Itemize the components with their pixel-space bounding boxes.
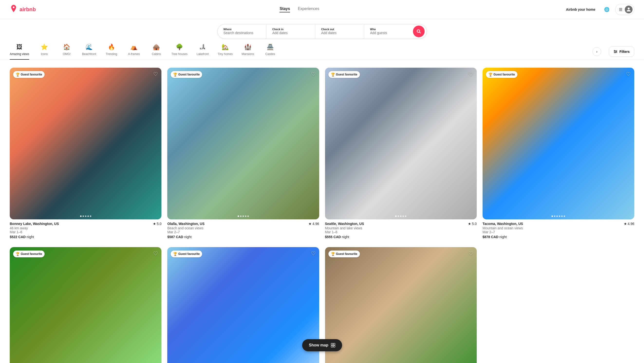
carousel-dot (82, 216, 84, 217)
carousel-dot (400, 216, 402, 217)
category-item-amazing-views[interactable]: 🖼 Amazing views (10, 44, 29, 60)
listing-rating: ★ 5.0 (468, 222, 476, 226)
category-nav-arrow-right[interactable]: › (592, 47, 601, 56)
search-button[interactable] (413, 26, 425, 37)
favourite-button[interactable]: ♡ (311, 250, 316, 257)
airbnb-your-home-button[interactable]: Airbnb your home (563, 6, 598, 14)
listing-info: Olalla, Washington, US ★ 4.96 Beach and … (167, 219, 319, 241)
menu-profile-button[interactable]: ☰ (615, 4, 634, 15)
listing-image: 🏆 Guest favourite ♡ (325, 247, 477, 363)
svg-point-6 (616, 51, 616, 52)
category-item-trending[interactable]: 🔥 Trending (104, 44, 119, 60)
carousel-dot (90, 216, 91, 217)
category-item-tree-houses[interactable]: 🌳 Tree houses (172, 44, 188, 60)
category-item-omg[interactable]: 🏠 OMG! (60, 44, 74, 60)
where-section[interactable]: Where Search destinations (218, 24, 266, 38)
listing-card-4[interactable]: 🏆 Guest favourite ♡ Tacoma, Washington, … (482, 68, 634, 241)
category-icon-omg: 🏠 (63, 44, 70, 50)
listing-distance: 46 km away (10, 226, 162, 230)
category-item-tiny-homes[interactable]: 🏡 Tiny homes (218, 44, 233, 60)
favourite-button[interactable]: ♡ (468, 250, 473, 257)
filters-button[interactable]: Filters (609, 46, 634, 57)
category-item-a-frames[interactable]: ⛺ A-frames (126, 44, 141, 60)
guest-favourite-badge: 🏆 Guest favourite (171, 250, 202, 257)
listing-card-6[interactable]: 🏆 Guest favourite ♡ (167, 247, 319, 363)
category-icon-lakefront: 🏞 (200, 44, 206, 50)
carousel-dot (247, 216, 249, 217)
favourite-button[interactable]: ♡ (153, 71, 158, 78)
listing-card-3[interactable]: 🏆 Guest favourite ♡ Seattle, Washington,… (325, 68, 477, 241)
listing-dates: Mar 2–7 (482, 230, 634, 234)
category-label-icons: Icons (41, 52, 48, 56)
listing-location: Tacoma, Washington, US (482, 222, 523, 226)
category-label-amazing-views: Amazing views (10, 52, 29, 56)
search-bar: Where Search destinations Check in Add d… (218, 24, 427, 39)
star-icon: ★ (624, 222, 627, 226)
star-icon: ★ (308, 222, 312, 226)
carousel-dot (80, 216, 82, 217)
listing-rating: ★ 4.96 (308, 222, 319, 226)
nav-stays[interactable]: Stays (280, 6, 290, 12)
checkout-label: Check out (321, 28, 358, 31)
checkin-section[interactable]: Check in Add dates (266, 24, 315, 38)
favourite-button[interactable]: ♡ (311, 71, 316, 78)
category-icon-amazing-views: 🖼 (16, 44, 22, 50)
trophy-icon: 🏆 (16, 72, 20, 76)
filters-label: Filters (620, 50, 630, 54)
category-item-beachfront[interactable]: 🌊 Beachfront (82, 44, 96, 60)
svg-point-5 (614, 50, 615, 51)
listing-card-5[interactable]: 🏆 Guest favourite ♡ (10, 247, 162, 363)
listing-price: $878 CAD night (482, 235, 634, 239)
listing-image: 🏆 Guest favourite ♡ (167, 247, 319, 363)
guest-favourite-badge: 🏆 Guest favourite (328, 250, 360, 257)
star-icon: ★ (153, 222, 156, 226)
checkout-section[interactable]: Check out Add dates (315, 24, 364, 38)
listing-image: 🏆 Guest favourite ♡ (10, 247, 162, 363)
carousel-dot (245, 216, 246, 217)
carousel-dots (552, 216, 565, 217)
listing-dates: Mar 2–7 (167, 230, 319, 234)
favourite-button[interactable]: ♡ (468, 71, 473, 78)
checkout-input[interactable]: Add dates (321, 31, 336, 35)
checkin-input[interactable]: Add dates (272, 31, 288, 35)
carousel-dot (240, 216, 242, 217)
listing-card-2[interactable]: 🏆 Guest favourite ♡ Olalla, Washington, … (167, 68, 319, 241)
language-button[interactable]: 🌐 (602, 5, 611, 14)
nav-experiences[interactable]: Experiences (298, 6, 319, 12)
favourite-button[interactable]: ♡ (153, 250, 158, 257)
carousel-dot (552, 216, 553, 217)
svg-line-1 (419, 32, 420, 33)
show-map-container: Show map (302, 339, 342, 351)
category-item-lakefront[interactable]: 🏞 Lakefront (195, 44, 210, 60)
listing-card-1[interactable]: 🏆 Guest favourite ♡ Bonney Lake, Washing… (10, 68, 162, 241)
category-icon-icons: ⭐ (41, 44, 48, 50)
logo[interactable]: airbnb (10, 5, 36, 14)
category-icon-cabins: 🛖 (153, 44, 160, 50)
who-input[interactable]: Add guests (370, 31, 387, 35)
listing-location: Olalla, Washington, US (167, 222, 204, 226)
listing-card-7[interactable]: 🏆 Guest favourite ♡ (325, 247, 477, 363)
listing-location: Seattle, Washington, US (325, 222, 364, 226)
category-icon-beachfront: 🌊 (86, 44, 93, 50)
category-item-castles[interactable]: 🏯 Castles (263, 44, 278, 60)
listing-location: Bonney Lake, Washington, US (10, 222, 59, 226)
carousel-dots (238, 216, 249, 217)
listing-header: Bonney Lake, Washington, US ★ 5.0 (10, 222, 162, 226)
trophy-icon: 🏆 (331, 252, 335, 256)
listing-image: 🏆 Guest favourite ♡ (482, 68, 634, 219)
carousel-dot (402, 216, 404, 217)
who-section[interactable]: Who Add guests (364, 24, 413, 38)
favourite-button[interactable]: ♡ (626, 71, 631, 78)
carousel-dot (564, 216, 565, 217)
category-label-cabins: Cabins (152, 52, 161, 56)
category-icon-a-frames: ⛺ (130, 44, 138, 50)
category-label-castles: Castles (266, 52, 275, 56)
listing-price: $587 CAD night (167, 235, 319, 239)
category-item-icons[interactable]: ⭐ Icons (37, 44, 52, 60)
show-map-button[interactable]: Show map (302, 339, 342, 351)
category-item-cabins[interactable]: 🛖 Cabins (149, 44, 164, 60)
where-input[interactable]: Search destinations (224, 31, 254, 35)
category-item-mansions[interactable]: 🏰 Mansions (240, 44, 255, 60)
carousel-dot (238, 216, 239, 217)
main-nav: Stays Experiences (280, 6, 319, 12)
